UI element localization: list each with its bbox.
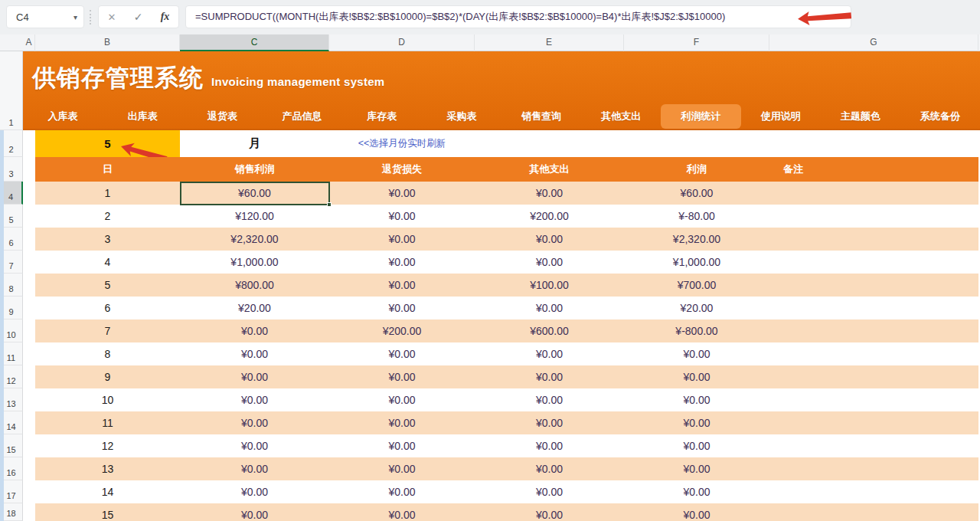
name-box-dropdown-icon[interactable]: ▾ bbox=[74, 13, 77, 21]
confirm-icon[interactable]: ✓ bbox=[134, 11, 143, 23]
profit-cell[interactable]: ¥700.00 bbox=[624, 274, 769, 297]
return-loss-cell[interactable]: ¥0.00 bbox=[329, 457, 475, 480]
profit-cell[interactable]: ¥60.00 bbox=[624, 182, 769, 205]
cancel-icon[interactable]: ✕ bbox=[108, 11, 116, 23]
other-expense-cell[interactable]: ¥0.00 bbox=[475, 434, 624, 457]
profit-cell[interactable]: ¥0.00 bbox=[624, 365, 769, 388]
other-expense-cell[interactable]: ¥0.00 bbox=[475, 182, 624, 205]
profit-cell[interactable]: ¥0.00 bbox=[624, 457, 769, 480]
profit-cell[interactable]: ¥0.00 bbox=[624, 434, 769, 457]
profit-cell[interactable]: ¥0.00 bbox=[624, 388, 769, 411]
day-cell[interactable]: 5 bbox=[35, 274, 180, 297]
insert-function-icon[interactable]: fx bbox=[161, 11, 170, 23]
column-header[interactable]: F bbox=[624, 34, 769, 51]
column-header[interactable]: A bbox=[23, 34, 35, 51]
sales-profit-cell[interactable]: ¥0.00 bbox=[180, 457, 329, 480]
other-expense-cell[interactable]: ¥600.00 bbox=[475, 319, 624, 342]
sales-profit-cell[interactable]: ¥800.00 bbox=[180, 274, 329, 297]
nav-tab[interactable]: 库存表 bbox=[342, 104, 422, 129]
profit-cell[interactable]: ¥0.00 bbox=[624, 503, 769, 521]
return-loss-cell[interactable]: ¥0.00 bbox=[329, 205, 475, 228]
return-loss-cell[interactable]: ¥0.00 bbox=[329, 297, 475, 319]
other-expense-cell[interactable]: ¥0.00 bbox=[475, 365, 624, 388]
nav-tab[interactable]: 出库表 bbox=[103, 104, 182, 129]
profit-cell[interactable]: ¥0.00 bbox=[624, 411, 769, 434]
month-unit-cell[interactable]: 月 bbox=[180, 130, 329, 157]
sales-profit-cell[interactable]: ¥0.00 bbox=[180, 411, 329, 434]
note-cell[interactable] bbox=[769, 274, 978, 297]
sales-profit-cell[interactable]: ¥0.00 bbox=[180, 342, 329, 365]
other-expense-cell[interactable]: ¥0.00 bbox=[475, 503, 624, 521]
nav-tab[interactable]: 销售查询 bbox=[501, 104, 581, 129]
profit-cell[interactable]: ¥1,000.00 bbox=[624, 251, 769, 274]
profit-cell[interactable]: ¥2,320.00 bbox=[624, 228, 769, 251]
return-loss-cell[interactable]: ¥0.00 bbox=[329, 274, 475, 297]
sales-profit-cell[interactable]: ¥0.00 bbox=[180, 388, 329, 411]
column-header[interactable]: D bbox=[329, 34, 475, 51]
return-loss-cell[interactable]: ¥0.00 bbox=[329, 411, 475, 434]
other-expense-cell[interactable]: ¥0.00 bbox=[475, 228, 624, 251]
day-cell[interactable]: 4 bbox=[35, 251, 180, 274]
other-expense-cell[interactable]: ¥200.00 bbox=[475, 205, 624, 228]
profit-cell[interactable]: ¥0.00 bbox=[624, 480, 769, 503]
return-loss-cell[interactable]: ¥0.00 bbox=[329, 228, 475, 251]
note-cell[interactable] bbox=[769, 205, 978, 228]
sales-profit-cell[interactable]: ¥0.00 bbox=[180, 503, 329, 521]
other-expense-cell[interactable]: ¥0.00 bbox=[475, 411, 624, 434]
sales-profit-cell[interactable]: ¥0.00 bbox=[180, 480, 329, 503]
profit-cell[interactable]: ¥-800.00 bbox=[624, 319, 769, 342]
note-cell[interactable] bbox=[769, 434, 978, 457]
note-cell[interactable] bbox=[769, 411, 978, 434]
return-loss-cell[interactable]: ¥200.00 bbox=[329, 319, 475, 342]
note-cell[interactable] bbox=[769, 503, 978, 521]
note-cell[interactable] bbox=[769, 388, 978, 411]
nav-tab[interactable]: 其他支出 bbox=[581, 104, 661, 129]
sales-profit-cell[interactable]: ¥0.00 bbox=[180, 365, 329, 388]
column-header[interactable]: B bbox=[35, 34, 180, 51]
day-cell[interactable]: 9 bbox=[35, 365, 180, 388]
return-loss-cell[interactable]: ¥0.00 bbox=[329, 434, 475, 457]
day-cell[interactable]: 2 bbox=[35, 205, 180, 228]
formula-bar[interactable]: =SUMPRODUCT((MONTH(出库表!$B$2:$B$10000)=$B… bbox=[185, 5, 851, 28]
column-header[interactable]: E bbox=[475, 34, 624, 51]
note-cell[interactable] bbox=[769, 457, 978, 480]
note-cell[interactable] bbox=[769, 480, 978, 503]
day-cell[interactable]: 11 bbox=[35, 411, 180, 434]
day-cell[interactable]: 1 bbox=[35, 182, 180, 205]
nav-tab[interactable]: 退货表 bbox=[182, 104, 262, 129]
column-header[interactable]: C bbox=[180, 34, 329, 51]
day-cell[interactable]: 10 bbox=[35, 388, 180, 411]
day-cell[interactable]: 12 bbox=[35, 434, 180, 457]
note-cell[interactable] bbox=[769, 342, 978, 365]
return-loss-cell[interactable]: ¥0.00 bbox=[329, 503, 475, 521]
sales-profit-cell[interactable]: ¥1,000.00 bbox=[180, 251, 329, 274]
return-loss-cell[interactable]: ¥0.00 bbox=[329, 365, 475, 388]
nav-tab[interactable]: 使用说明 bbox=[741, 104, 821, 129]
day-cell[interactable]: 13 bbox=[35, 457, 180, 480]
other-expense-cell[interactable]: ¥0.00 bbox=[475, 480, 624, 503]
day-cell[interactable]: 14 bbox=[35, 480, 180, 503]
profit-cell[interactable]: ¥-80.00 bbox=[624, 205, 769, 228]
return-loss-cell[interactable]: ¥0.00 bbox=[329, 388, 475, 411]
nav-tab[interactable]: 采购表 bbox=[422, 104, 501, 129]
sales-profit-cell[interactable]: ¥120.00 bbox=[180, 205, 329, 228]
sales-profit-cell[interactable]: ¥0.00 bbox=[180, 434, 329, 457]
other-expense-cell[interactable]: ¥0.00 bbox=[475, 388, 624, 411]
other-expense-cell[interactable]: ¥0.00 bbox=[475, 342, 624, 365]
sales-profit-cell[interactable]: ¥0.00 bbox=[180, 319, 329, 342]
other-expense-cell[interactable]: ¥0.00 bbox=[475, 251, 624, 274]
note-cell[interactable] bbox=[769, 182, 978, 205]
note-cell[interactable] bbox=[769, 365, 978, 388]
day-cell[interactable]: 8 bbox=[35, 342, 180, 365]
note-cell[interactable] bbox=[769, 228, 978, 251]
return-loss-cell[interactable]: ¥0.00 bbox=[329, 182, 475, 205]
nav-tab[interactable]: 产品信息 bbox=[263, 104, 342, 129]
sales-profit-cell[interactable]: ¥60.00 bbox=[180, 182, 329, 205]
note-cell[interactable] bbox=[769, 319, 978, 342]
day-cell[interactable]: 15 bbox=[35, 503, 180, 521]
other-expense-cell[interactable]: ¥0.00 bbox=[475, 297, 624, 319]
other-expense-cell[interactable]: ¥100.00 bbox=[475, 274, 624, 297]
nav-tab[interactable]: 入库表 bbox=[23, 104, 103, 129]
return-loss-cell[interactable]: ¥0.00 bbox=[329, 480, 475, 503]
column-header[interactable]: G bbox=[769, 34, 978, 51]
